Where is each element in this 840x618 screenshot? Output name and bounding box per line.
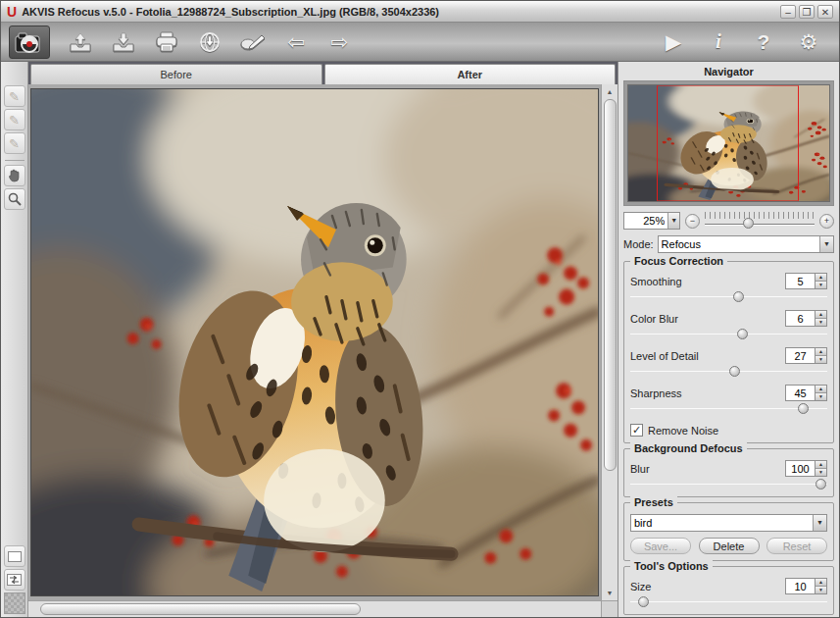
blur-up-icon[interactable]: ▲ — [815, 461, 826, 469]
edit-pencil-button[interactable] — [236, 27, 270, 57]
post-image-button[interactable] — [193, 27, 226, 57]
hand-tool[interactable] — [4, 165, 25, 186]
open-image-button[interactable] — [64, 27, 97, 57]
sharpness-spinbox[interactable]: ▲▼ — [785, 385, 827, 401]
navigator-frame[interactable] — [657, 85, 800, 201]
horizontal-scroll-thumb[interactable] — [40, 603, 361, 615]
blur-down-icon[interactable]: ▼ — [815, 469, 826, 476]
scroll-up-arrow[interactable]: ▲ — [603, 84, 618, 99]
blur-slider-thumb[interactable] — [815, 479, 826, 489]
level-of-detail-up-icon[interactable]: ▲ — [815, 348, 826, 356]
redo-button[interactable]: ⇨ — [322, 27, 356, 57]
presets-combobox[interactable]: ▼ — [630, 514, 827, 532]
size-slider[interactable] — [630, 596, 827, 608]
level-of-detail-slider[interactable] — [630, 366, 827, 378]
remove-noise-checkbox[interactable]: ✓ — [630, 424, 643, 437]
vertical-scrollbar[interactable]: ▲ ▼ — [601, 84, 618, 600]
mode-dropdown-icon[interactable]: ▼ — [819, 236, 833, 252]
swap-arrows-icon — [7, 574, 22, 586]
zoom-dropdown-icon[interactable]: ▼ — [667, 213, 679, 229]
hand-icon — [8, 169, 21, 182]
presets-dropdown-icon[interactable]: ▼ — [813, 515, 826, 531]
title-bar[interactable]: U AKVIS Refocus v.5.0 - Fotolia_12988724… — [1, 1, 839, 23]
eraser-pencil-tool[interactable]: ✎ — [4, 132, 25, 154]
preset-value-input[interactable] — [631, 515, 813, 531]
sharpness-slider[interactable] — [630, 403, 827, 415]
maximize-button[interactable]: ❐ — [799, 5, 815, 19]
size-down-icon[interactable]: ▼ — [815, 587, 826, 593]
preferences-gear-button[interactable]: ⚙ — [792, 27, 825, 57]
undo-button[interactable]: ⇦ — [279, 27, 313, 57]
size-slider-thumb[interactable] — [638, 596, 649, 607]
view-tabs: Before After — [28, 62, 618, 84]
zoom-out-button[interactable]: − — [685, 214, 700, 229]
blur-slider[interactable] — [630, 479, 827, 490]
blur-area-pencil-tool[interactable]: ✎ — [4, 109, 25, 130]
smoothing-up-icon[interactable]: ▲ — [815, 274, 826, 282]
remove-noise-label: Remove Noise — [648, 425, 718, 437]
app-logo-camera-icon[interactable] — [9, 26, 50, 59]
preset-reset-button[interactable]: Reset — [766, 538, 827, 554]
color-blur-slider-thumb[interactable] — [737, 329, 748, 339]
level-of-detail-spinbox[interactable]: ▲▼ — [785, 347, 827, 364]
level-of-detail-slider-thumb[interactable] — [729, 366, 740, 377]
bird-photo[interactable] — [30, 88, 599, 596]
image-viewport[interactable] — [28, 84, 601, 600]
mode-value-input[interactable] — [659, 236, 820, 252]
zoom-slider-thumb[interactable] — [743, 218, 754, 229]
smoothing-down-icon[interactable]: ▼ — [815, 282, 826, 288]
zoom-in-button[interactable]: + — [819, 214, 834, 229]
printer-icon — [155, 31, 178, 53]
close-button[interactable]: ✕ — [817, 5, 833, 19]
focus-correction-group: Focus Correction Smoothing ▲▼ Color Blur — [623, 261, 834, 443]
run-button[interactable]: ▶ — [657, 27, 690, 57]
blur-value-input[interactable] — [785, 460, 815, 477]
keep-area-pencil-tool[interactable]: ✎ — [4, 85, 25, 107]
tool-divider — [5, 160, 25, 161]
size-spinbox[interactable]: ▲▼ — [785, 578, 827, 594]
texture-view-button[interactable] — [4, 592, 25, 614]
help-button[interactable]: ? — [747, 27, 780, 57]
preset-delete-button[interactable]: Delete — [699, 538, 760, 554]
tab-before[interactable]: Before — [30, 64, 322, 84]
zoom-value-input[interactable] — [624, 213, 667, 229]
size-value-input[interactable] — [785, 578, 815, 594]
sharpness-slider-thumb[interactable] — [798, 403, 809, 414]
horizontal-scrollbar[interactable] — [28, 600, 601, 617]
vertical-scroll-thumb[interactable] — [604, 99, 617, 471]
mode-combobox[interactable]: ▼ — [658, 235, 834, 253]
color-blur-spinbox[interactable]: ▲▼ — [785, 310, 827, 327]
smoothing-spinbox[interactable]: ▲▼ — [785, 273, 827, 289]
zoom-tool[interactable] — [4, 188, 25, 210]
sharpness-down-icon[interactable]: ▼ — [815, 393, 826, 400]
info-button[interactable]: i — [702, 27, 735, 57]
level-of-detail-label: Level of Detail — [630, 350, 699, 362]
sharpness-label: Sharpness — [630, 387, 682, 399]
smoothing-value-input[interactable] — [785, 273, 815, 289]
blur-spinbox[interactable]: ▲▼ — [785, 460, 827, 477]
color-blur-down-icon[interactable]: ▼ — [815, 319, 826, 326]
tools-options-group: Tool's Options Size ▲▼ — [623, 566, 834, 615]
view-blank-button[interactable] — [4, 545, 25, 567]
smoothing-slider-thumb[interactable] — [733, 291, 744, 302]
navigator-thumbnail[interactable] — [623, 80, 834, 206]
main-toolbar: ⇦ ⇨ ▶ i ? ⚙ — [1, 23, 839, 62]
zoom-slider[interactable] — [705, 212, 815, 230]
swap-view-button[interactable] — [4, 569, 25, 591]
preset-save-button[interactable]: Save... — [630, 538, 691, 554]
smoothing-slider[interactable] — [630, 291, 827, 303]
sharpness-value-input[interactable] — [785, 385, 815, 401]
scroll-down-arrow[interactable]: ▼ — [603, 586, 618, 600]
tab-after[interactable]: After — [324, 64, 617, 84]
minimize-button[interactable]: – — [780, 5, 796, 19]
level-of-detail-down-icon[interactable]: ▼ — [815, 356, 826, 363]
sharpness-up-icon[interactable]: ▲ — [815, 386, 826, 393]
level-of-detail-value-input[interactable] — [785, 347, 815, 364]
zoom-combobox[interactable]: ▼ — [623, 212, 680, 230]
color-blur-slider[interactable] — [630, 329, 827, 340]
color-blur-up-icon[interactable]: ▲ — [815, 311, 826, 319]
color-blur-value-input[interactable] — [785, 310, 815, 327]
save-image-button[interactable] — [107, 27, 140, 57]
size-up-icon[interactable]: ▲ — [815, 579, 826, 587]
print-button[interactable] — [150, 27, 183, 57]
